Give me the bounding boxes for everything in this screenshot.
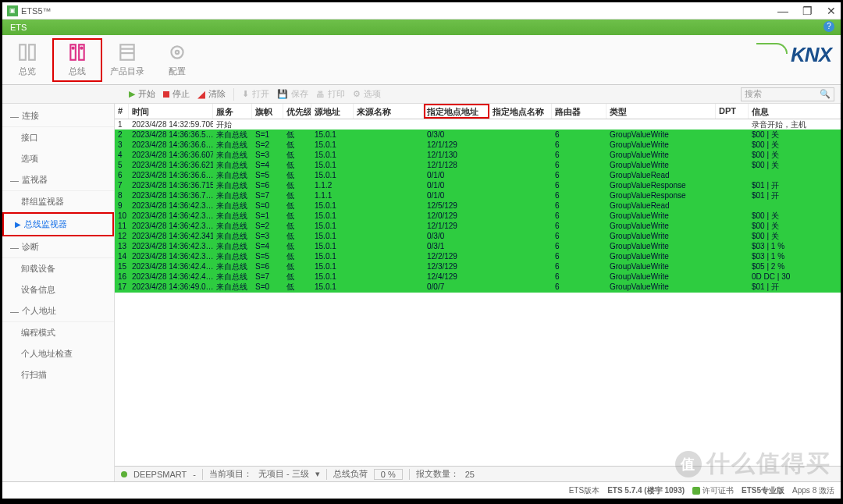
table-row[interactable]: 82023/4/28 14:36:36.7…来自总线S=7低1.1.10/1/0… [115, 190, 841, 201]
sidebar-section[interactable]: —连接 [2, 105, 114, 127]
menu-tab-ets[interactable]: ETS [10, 23, 27, 32]
table-row[interactable]: 22023/4/28 14:36:36.5…来自总线S=1低15.0.10/3/… [115, 130, 841, 140]
project-label: 当前项目： [209, 468, 252, 480]
svg-point-10 [176, 51, 179, 54]
col-header[interactable]: 信息 [749, 104, 841, 119]
ribbon-bus[interactable]: 总线 [52, 38, 102, 82]
col-header[interactable]: 优先级 [283, 104, 311, 119]
sidebar-section[interactable]: —个人地址 [2, 300, 114, 322]
sidebar-item[interactable]: 接口 [2, 127, 114, 148]
table-row[interactable]: 42023/4/28 14:36:36.607来自总线S=3低15.0.112/… [115, 150, 841, 160]
collapse-icon: — [10, 243, 19, 252]
license-value: ETS5专业版 [742, 485, 784, 496]
footer: ETS版本 ETS 5.7.4 (楼宇 1093) 许可证书 ETS5专业版 A… [2, 481, 841, 499]
collapse-icon: — [10, 176, 19, 185]
svg-rect-1 [29, 44, 35, 60]
save-button[interactable]: 💾保存 [277, 88, 308, 100]
col-header[interactable]: 指定地点名称 [489, 104, 552, 119]
version-label: ETS版本 [569, 485, 599, 496]
stop-button[interactable]: 停止 [163, 88, 190, 100]
col-header[interactable]: # [115, 104, 129, 119]
overview-icon [17, 42, 37, 62]
col-header[interactable]: 路由器 [552, 104, 606, 119]
ribbon: 总览总线产品目录配置 KNX [2, 35, 841, 85]
app-icon: ▣ [7, 5, 18, 16]
col-header[interactable]: 类型 [606, 104, 716, 119]
table-row[interactable]: 32023/4/28 14:36:36.6…来自总线S=2低15.0.112/1… [115, 140, 841, 150]
table-row[interactable]: 162023/4/28 14:36:42.4…来自总线S=7低15.0.112/… [115, 272, 841, 282]
msgcount-label: 报文数量： [416, 468, 459, 480]
start-button[interactable]: ▶开始 [129, 88, 155, 100]
open-button[interactable]: ⬇打开 [242, 88, 269, 100]
license-label: 许可证书 [702, 485, 734, 496]
table-row[interactable]: 142023/4/28 14:36:42.3…来自总线S=5低15.0.112/… [115, 251, 841, 261]
table-row[interactable]: 102023/4/28 14:36:42.3…来自总线S=1低15.0.112/… [115, 211, 841, 221]
col-header[interactable]: 来源名称 [354, 104, 424, 119]
maximize-button[interactable]: ❐ [802, 5, 813, 17]
table-row[interactable]: 72023/4/28 14:36:36.715来自总线S=6低1.1.20/1/… [115, 180, 841, 190]
titlebar: ▣ ETS5™ — ❐ ✕ [2, 2, 841, 20]
print-button[interactable]: 🖶打印 [316, 88, 345, 100]
table-row[interactable]: 152023/4/28 14:36:42.4…来自总线S=6低15.0.112/… [115, 261, 841, 272]
sidebar-item[interactable]: 行扫描 [2, 364, 114, 385]
table-row[interactable]: 92023/4/28 14:36:42.3…来自总线S=0低15.0.112/5… [115, 201, 841, 211]
statusbar: DEEPSMART - 当前项目： 无项目 - 三级 ▾ 总线负荷 0 % 报文… [115, 466, 841, 481]
table-row[interactable]: 122023/4/28 14:36:42.341来自总线S=3低15.0.10/… [115, 231, 841, 241]
ribbon-overview[interactable]: 总览 [2, 38, 52, 82]
sidebar-item[interactable]: 编程模式 [2, 322, 114, 343]
table-row[interactable]: 12023/4/28 14:32:59.706开始录音开始，主机 [115, 119, 841, 130]
clear-button[interactable]: ◢清除 [197, 88, 226, 100]
search-input[interactable]: 搜索🔍 [741, 87, 834, 101]
table-row[interactable]: 62023/4/28 14:36:36.6…来自总线S=5低15.0.10/1/… [115, 170, 841, 180]
collapse-icon: — [10, 112, 19, 121]
col-header[interactable]: 指定地点地址 [424, 104, 489, 119]
msgcount-value: 25 [465, 470, 475, 479]
configure-icon [167, 42, 187, 62]
project-dropdown-icon[interactable]: ▾ [315, 469, 320, 479]
table-row[interactable]: 172023/4/28 14:36:49.0…来自总线S=0低15.0.10/0… [115, 282, 841, 292]
close-button[interactable]: ✕ [827, 5, 836, 17]
search-icon: 🔍 [820, 89, 831, 99]
col-header[interactable]: 时间 [129, 104, 213, 119]
sidebar-item[interactable]: 群组监视器 [2, 191, 114, 212]
sidebar-section[interactable]: —诊断 [2, 236, 114, 258]
busload-label: 总线负荷 [333, 468, 368, 480]
sidebar-item[interactable]: 设备信息 [2, 279, 114, 300]
ribbon-configure[interactable]: 配置 [152, 38, 202, 82]
svg-rect-0 [20, 44, 26, 60]
knx-logo: KNX [759, 43, 831, 67]
table-row[interactable]: 132023/4/28 14:36:42.3…来自总线S=4低15.0.10/3… [115, 241, 841, 251]
svg-point-4 [73, 48, 74, 49]
col-header[interactable]: 服务 [213, 104, 252, 119]
sidebar-item[interactable]: 选项 [2, 148, 114, 169]
help-icon[interactable]: ? [823, 21, 834, 32]
apps-value: Apps 8 激活 [792, 485, 834, 496]
col-header[interactable]: DPT [716, 104, 749, 119]
svg-point-9 [171, 46, 183, 58]
menubar: ETS ? [2, 20, 841, 35]
toolbar: ▶开始 停止 ◢清除 ⬇打开 💾保存 🖶打印 ⚙选项 搜索🔍 [2, 85, 841, 104]
sidebar-item[interactable]: 卸载设备 [2, 258, 114, 279]
sidebar-item[interactable]: 个人地址检查 [2, 343, 114, 364]
status-dropdown[interactable]: - [193, 470, 196, 479]
status-dot-icon [121, 471, 127, 477]
version-value: ETS 5.7.4 (楼宇 1093) [607, 485, 685, 496]
options-button[interactable]: ⚙选项 [353, 88, 381, 100]
sidebar-item[interactable]: 总线监视器 [2, 212, 114, 236]
col-header[interactable]: 源地址 [311, 104, 354, 119]
table-header: #时间服务旗帜优先级源地址来源名称指定地点地址指定地点名称路由器类型DPT信息 [115, 104, 841, 119]
catalog-icon [117, 42, 137, 62]
minimize-button[interactable]: — [777, 5, 788, 17]
table-row[interactable]: 182023/4/28 14:36:49.105来自总线S=1低1.1.10/1… [115, 292, 841, 293]
sidebar-section[interactable]: —监视器 [2, 169, 114, 191]
table-row[interactable]: 52023/4/28 14:36:36.621来自总线S=4低15.0.112/… [115, 160, 841, 170]
license-icon [692, 487, 700, 495]
bus-icon [67, 42, 87, 62]
table-row[interactable]: 112023/4/28 14:36:42.3…来自总线S=2低15.0.112/… [115, 221, 841, 231]
col-header[interactable]: 旗帜 [252, 104, 283, 119]
ribbon-catalog[interactable]: 产品目录 [102, 38, 152, 82]
svg-point-5 [80, 48, 82, 49]
project-value: 无项目 - 三级 [258, 468, 309, 480]
sidebar: —连接接口选项—监视器群组监视器总线监视器—诊断卸载设备设备信息—个人地址编程模… [2, 104, 115, 481]
collapse-icon: — [10, 307, 19, 316]
